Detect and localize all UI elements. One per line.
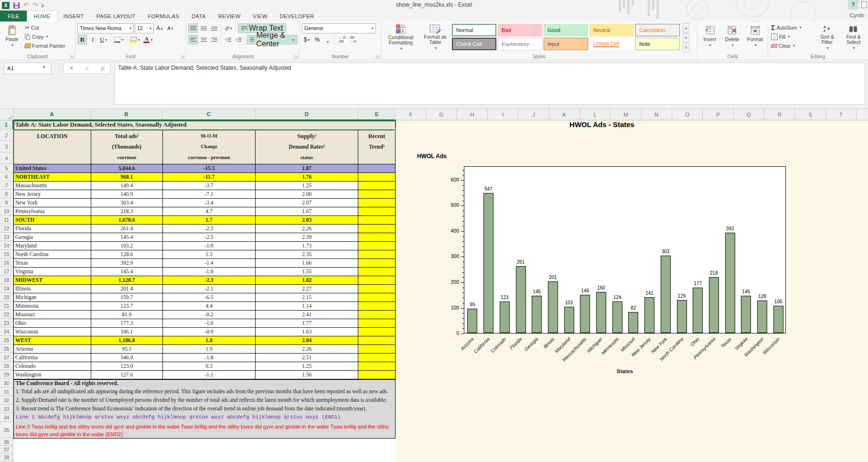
- column-header-I[interactable]: I: [488, 109, 518, 120]
- column-header-N[interactable]: N: [642, 109, 672, 120]
- align-right-icon[interactable]: [209, 35, 219, 44]
- cell-total_ads[interactable]: 123.7: [91, 302, 163, 311]
- chart-bar-illinois[interactable]: [548, 281, 558, 333]
- cell-recent_trend[interactable]: [358, 190, 395, 199]
- cell-recent_trend[interactable]: [358, 250, 395, 259]
- cell-supply_demand[interactable]: 2.04: [256, 336, 358, 345]
- align-left-icon[interactable]: [188, 35, 198, 44]
- chart-bar-washington[interactable]: [757, 301, 767, 333]
- cell-mom_change[interactable]: -3.7: [163, 182, 256, 190]
- row-header-10[interactable]: 10: [0, 207, 13, 215]
- cell-total_ads[interactable]: 123.0: [91, 362, 163, 371]
- cell-supply_demand[interactable]: 1.63: [256, 328, 358, 336]
- row-header-21[interactable]: 21: [0, 301, 13, 310]
- select-all-corner[interactable]: [0, 109, 13, 120]
- cell-location[interactable]: Maryland: [14, 242, 91, 250]
- clear-button[interactable]: Clear▾: [770, 41, 813, 50]
- row-header-20[interactable]: 20: [0, 293, 13, 301]
- align-center-icon[interactable]: [199, 35, 208, 44]
- styles-scroll-down-icon[interactable]: ▼: [683, 33, 689, 43]
- cell-total_ads[interactable]: 145.4: [91, 268, 163, 276]
- cell-location[interactable]: North Carolina: [14, 250, 91, 259]
- tab-page-layout[interactable]: PAGE LAYOUT: [90, 11, 142, 21]
- chart-bar-georgia[interactable]: [532, 296, 542, 333]
- decrease-decimal-icon[interactable]: .00→.0: [348, 35, 358, 44]
- account-user-name[interactable]: Cynth: [850, 12, 868, 18]
- cell-location[interactable]: California: [14, 354, 91, 362]
- cell-mom_change[interactable]: -1.1: [163, 371, 256, 379]
- cell-supply_demand[interactable]: 1.77: [256, 319, 358, 328]
- column-header-E[interactable]: E: [358, 109, 396, 120]
- chart-bar-new-york[interactable]: [661, 256, 671, 333]
- cell-location[interactable]: Virginia: [14, 268, 91, 276]
- cell-supply_demand[interactable]: 1.66: [256, 259, 358, 268]
- note-line-5[interactable]: Line 1 abcdefg hijklmnop qrstuv wxyz abc…: [14, 414, 395, 422]
- chart-bar-florida[interactable]: [516, 266, 526, 333]
- cell-location[interactable]: Massachusetts: [14, 182, 91, 190]
- style-input[interactable]: Input: [544, 38, 588, 50]
- row-header-3[interactable]: 3: [0, 141, 13, 152]
- row-header-2[interactable]: 2: [0, 129, 13, 141]
- cell-recent_trend[interactable]: [358, 276, 395, 285]
- font-color-icon[interactable]: A▾: [142, 35, 154, 44]
- cell-total_ads[interactable]: 106.1: [91, 328, 163, 336]
- column-header-D[interactable]: D: [256, 109, 358, 120]
- cell-supply_demand[interactable]: 1.25: [256, 362, 358, 371]
- borders-icon[interactable]: ▾: [113, 35, 125, 44]
- cell-supply_demand[interactable]: 1.56: [256, 371, 358, 379]
- cell-mom_change[interactable]: -1.4: [163, 259, 256, 268]
- row-header-34[interactable]: 34: [0, 413, 13, 422]
- row-header-26[interactable]: 26: [0, 344, 13, 353]
- cell-location[interactable]: Georgia: [14, 233, 91, 242]
- cell-mom_change[interactable]: -11.7: [163, 173, 256, 182]
- cell-total_ads[interactable]: 177.3: [91, 319, 163, 328]
- format-as-table-button[interactable]: Format as Table▾: [420, 23, 450, 52]
- cell-recent_trend[interactable]: [358, 336, 395, 345]
- row-header-11[interactable]: 11: [0, 215, 13, 224]
- chart-bar-pennsylvania[interactable]: [709, 277, 719, 333]
- row-header-33[interactable]: 33: [0, 405, 13, 413]
- cell-total_ads[interactable]: 1,186.8: [91, 336, 163, 345]
- cell-mom_change[interactable]: -2.3: [163, 276, 256, 285]
- cell-total_ads[interactable]: 81.9: [91, 311, 163, 319]
- cell-location[interactable]: NORTHEAST: [14, 173, 91, 182]
- cell-total_ads[interactable]: 303.4: [91, 199, 163, 207]
- chart-bar-minnesota[interactable]: [612, 301, 622, 333]
- cell-recent_trend[interactable]: [358, 182, 395, 190]
- merge-center-button[interactable]: Merge & Center▾: [247, 35, 298, 44]
- column-header-O[interactable]: O: [672, 109, 703, 120]
- chart-bar-new-jersey[interactable]: [644, 297, 654, 333]
- row-header-37[interactable]: 37: [0, 446, 13, 453]
- cell-supply_demand[interactable]: 1.55: [256, 268, 358, 276]
- cell-recent_trend[interactable]: [358, 259, 395, 268]
- cell-location[interactable]: Minnesota: [14, 302, 91, 311]
- comma-style-icon[interactable]: ,: [323, 35, 332, 44]
- cell-mom_change[interactable]: -3.4: [163, 199, 256, 207]
- cell-supply_demand[interactable]: 2.41: [256, 311, 358, 319]
- fill-button[interactable]: ↓Fill▾: [770, 32, 813, 41]
- copy-button[interactable]: Copy▾: [24, 32, 66, 41]
- column-header-L[interactable]: L: [580, 109, 611, 120]
- row-header-9[interactable]: 9: [0, 198, 13, 207]
- cell-total_ads[interactable]: 218.3: [91, 207, 163, 216]
- align-bottom-icon[interactable]: [209, 23, 219, 33]
- name-box-dropdown-icon[interactable]: ▼: [42, 65, 46, 69]
- cell-mom_change[interactable]: -2.5: [163, 233, 256, 242]
- chart-bar-california[interactable]: [483, 193, 493, 333]
- row-header-1[interactable]: 1: [0, 120, 13, 129]
- cell-total_ads[interactable]: 95.1: [91, 345, 163, 354]
- note-line-1[interactable]: The Conference Board - All rights reserv…: [14, 380, 395, 388]
- cell-recent_trend[interactable]: [358, 242, 395, 250]
- cell-location[interactable]: Wisconsin: [14, 328, 91, 336]
- cell-mom_change[interactable]: 1.9: [163, 345, 256, 354]
- note-line-4[interactable]: 3. Recent trend is The Conference Board …: [14, 405, 395, 414]
- row-header-17[interactable]: 17: [0, 267, 13, 276]
- cell-total_ads[interactable]: 128.6: [91, 250, 163, 259]
- cell-location[interactable]: SOUTH: [14, 216, 91, 225]
- style-neutral[interactable]: Neutral: [589, 24, 634, 36]
- cell-total_ads[interactable]: 140.9: [91, 190, 163, 199]
- row-header-35[interactable]: 35: [0, 422, 13, 438]
- chart-bar-ohio[interactable]: [693, 288, 703, 333]
- cell-mom_change[interactable]: 1.3: [163, 250, 256, 259]
- cell-recent_trend[interactable]: [358, 199, 395, 207]
